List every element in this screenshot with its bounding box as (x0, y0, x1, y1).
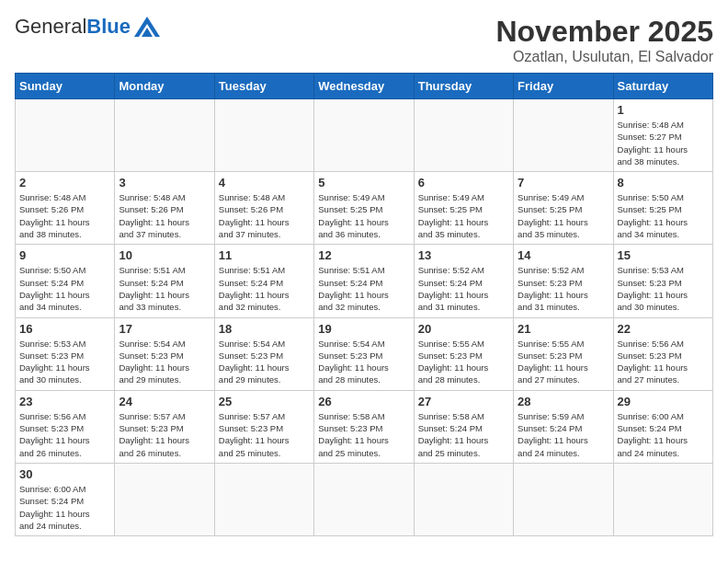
day-number: 4 (219, 176, 310, 190)
weekday-header-row: SundayMondayTuesdayWednesdayThursdayFrid… (16, 74, 713, 99)
day-info: Sunrise: 5:54 AM Sunset: 5:23 PM Dayligh… (318, 338, 409, 386)
title-area: November 2025 Ozatlan, Usulutan, El Salv… (495, 15, 713, 65)
calendar-day-cell: 11Sunrise: 5:51 AM Sunset: 5:24 PM Dayli… (214, 245, 313, 317)
day-number: 5 (318, 176, 409, 190)
day-number: 23 (19, 395, 110, 408)
calendar-day-cell: 3Sunrise: 5:48 AM Sunset: 5:26 PM Daylig… (115, 172, 214, 245)
day-number: 15 (618, 248, 709, 262)
day-number: 18 (219, 322, 310, 336)
day-number: 11 (219, 248, 310, 262)
day-info: Sunrise: 5:57 AM Sunset: 5:23 PM Dayligh… (119, 410, 210, 459)
day-info: Sunrise: 5:51 AM Sunset: 5:24 PM Dayligh… (318, 264, 409, 313)
calendar-day-cell: 9Sunrise: 5:50 AM Sunset: 5:24 PM Daylig… (16, 245, 115, 317)
weekday-header-sunday: Sunday (16, 74, 115, 99)
day-info: Sunrise: 5:53 AM Sunset: 5:23 PM Dayligh… (618, 264, 709, 313)
calendar-day-cell: 21Sunrise: 5:55 AM Sunset: 5:23 PM Dayli… (514, 317, 613, 390)
calendar-day-cell: 24Sunrise: 5:57 AM Sunset: 5:23 PM Dayli… (115, 390, 214, 463)
calendar-day-cell: 7Sunrise: 5:49 AM Sunset: 5:25 PM Daylig… (514, 172, 613, 245)
calendar-day-cell: 2Sunrise: 5:48 AM Sunset: 5:26 PM Daylig… (16, 172, 115, 245)
weekday-header-tuesday: Tuesday (214, 74, 313, 99)
day-info: Sunrise: 5:58 AM Sunset: 5:23 PM Dayligh… (318, 410, 409, 459)
calendar-week-row: 16Sunrise: 5:53 AM Sunset: 5:23 PM Dayli… (16, 317, 713, 390)
logo-icon (134, 17, 160, 37)
day-number: 28 (518, 395, 609, 408)
day-number: 10 (119, 248, 210, 262)
logo-blue-text: Blue (86, 15, 131, 39)
calendar-day-cell: 6Sunrise: 5:49 AM Sunset: 5:25 PM Daylig… (414, 172, 513, 245)
calendar-day-cell (214, 99, 313, 172)
calendar-day-cell (414, 463, 513, 535)
calendar-week-row: 2Sunrise: 5:48 AM Sunset: 5:26 PM Daylig… (16, 172, 713, 245)
day-number: 21 (518, 322, 609, 336)
day-info: Sunrise: 5:51 AM Sunset: 5:24 PM Dayligh… (119, 264, 210, 313)
calendar-day-cell (314, 463, 414, 535)
day-number: 19 (318, 322, 409, 336)
day-info: Sunrise: 5:53 AM Sunset: 5:23 PM Dayligh… (19, 338, 110, 386)
day-info: Sunrise: 5:49 AM Sunset: 5:25 PM Dayligh… (418, 191, 509, 240)
day-info: Sunrise: 5:48 AM Sunset: 5:26 PM Dayligh… (19, 191, 110, 240)
day-number: 9 (19, 248, 110, 262)
day-number: 25 (219, 395, 310, 408)
day-info: Sunrise: 6:00 AM Sunset: 5:24 PM Dayligh… (618, 410, 709, 459)
calendar-day-cell: 22Sunrise: 5:56 AM Sunset: 5:23 PM Dayli… (613, 317, 712, 390)
day-info: Sunrise: 5:56 AM Sunset: 5:23 PM Dayligh… (19, 410, 110, 459)
calendar-table: SundayMondayTuesdayWednesdayThursdayFrid… (15, 73, 713, 536)
weekday-header-wednesday: Wednesday (314, 74, 414, 99)
calendar-day-cell: 16Sunrise: 5:53 AM Sunset: 5:23 PM Dayli… (16, 317, 115, 390)
calendar-day-cell: 8Sunrise: 5:50 AM Sunset: 5:25 PM Daylig… (613, 172, 712, 245)
calendar-day-cell (514, 463, 613, 535)
day-number: 13 (418, 248, 509, 262)
day-number: 29 (618, 395, 709, 408)
day-info: Sunrise: 6:00 AM Sunset: 5:24 PM Dayligh… (19, 483, 110, 532)
day-info: Sunrise: 5:59 AM Sunset: 5:24 PM Dayligh… (518, 410, 609, 459)
day-info: Sunrise: 5:52 AM Sunset: 5:24 PM Dayligh… (418, 264, 509, 313)
calendar-week-row: 23Sunrise: 5:56 AM Sunset: 5:23 PM Dayli… (16, 390, 713, 463)
location-title: Ozatlan, Usulutan, El Salvador (495, 49, 713, 65)
day-info: Sunrise: 5:50 AM Sunset: 5:24 PM Dayligh… (19, 264, 110, 313)
calendar-day-cell: 10Sunrise: 5:51 AM Sunset: 5:24 PM Dayli… (115, 245, 214, 317)
day-number: 6 (418, 176, 509, 190)
day-info: Sunrise: 5:54 AM Sunset: 5:23 PM Dayligh… (119, 338, 210, 386)
calendar-day-cell: 12Sunrise: 5:51 AM Sunset: 5:24 PM Dayli… (314, 245, 414, 317)
calendar-day-cell: 19Sunrise: 5:54 AM Sunset: 5:23 PM Dayli… (314, 317, 414, 390)
day-info: Sunrise: 5:50 AM Sunset: 5:25 PM Dayligh… (618, 191, 709, 240)
day-number: 27 (418, 395, 509, 408)
day-number: 8 (618, 176, 709, 190)
calendar-day-cell: 23Sunrise: 5:56 AM Sunset: 5:23 PM Dayli… (16, 390, 115, 463)
day-info: Sunrise: 5:54 AM Sunset: 5:23 PM Dayligh… (219, 338, 310, 386)
day-number: 14 (518, 248, 609, 262)
calendar-day-cell: 5Sunrise: 5:49 AM Sunset: 5:25 PM Daylig… (314, 172, 414, 245)
calendar-week-row: 1Sunrise: 5:48 AM Sunset: 5:27 PM Daylig… (16, 99, 713, 172)
day-info: Sunrise: 5:56 AM Sunset: 5:23 PM Dayligh… (618, 338, 709, 386)
calendar-day-cell: 25Sunrise: 5:57 AM Sunset: 5:23 PM Dayli… (214, 390, 313, 463)
calendar-day-cell: 14Sunrise: 5:52 AM Sunset: 5:23 PM Dayli… (514, 245, 613, 317)
calendar-day-cell: 28Sunrise: 5:59 AM Sunset: 5:24 PM Dayli… (514, 390, 613, 463)
calendar-day-cell: 29Sunrise: 6:00 AM Sunset: 5:24 PM Dayli… (613, 390, 712, 463)
calendar-day-cell (314, 99, 414, 172)
day-info: Sunrise: 5:51 AM Sunset: 5:24 PM Dayligh… (219, 264, 310, 313)
day-number: 3 (119, 176, 210, 190)
day-info: Sunrise: 5:52 AM Sunset: 5:23 PM Dayligh… (518, 264, 609, 313)
weekday-header-saturday: Saturday (613, 74, 712, 99)
page-header: General Blue November 2025 Ozatlan, Usul… (15, 15, 713, 65)
calendar-day-cell: 18Sunrise: 5:54 AM Sunset: 5:23 PM Dayli… (214, 317, 313, 390)
calendar-day-cell: 13Sunrise: 5:52 AM Sunset: 5:24 PM Dayli… (414, 245, 513, 317)
calendar-day-cell (514, 99, 613, 172)
weekday-header-friday: Friday (514, 74, 613, 99)
calendar-day-cell (115, 463, 214, 535)
day-number: 1 (618, 103, 709, 117)
day-number: 12 (318, 248, 409, 262)
day-number: 16 (19, 322, 110, 336)
calendar-day-cell: 20Sunrise: 5:55 AM Sunset: 5:23 PM Dayli… (414, 317, 513, 390)
calendar-day-cell: 15Sunrise: 5:53 AM Sunset: 5:23 PM Dayli… (613, 245, 712, 317)
calendar-day-cell: 4Sunrise: 5:48 AM Sunset: 5:26 PM Daylig… (214, 172, 313, 245)
weekday-header-thursday: Thursday (414, 74, 513, 99)
day-number: 20 (418, 322, 509, 336)
calendar-day-cell (414, 99, 513, 172)
day-number: 22 (618, 322, 709, 336)
day-info: Sunrise: 5:49 AM Sunset: 5:25 PM Dayligh… (318, 191, 409, 240)
day-number: 30 (19, 467, 110, 481)
month-title: November 2025 (495, 15, 713, 49)
day-info: Sunrise: 5:57 AM Sunset: 5:23 PM Dayligh… (219, 410, 310, 459)
calendar-day-cell (16, 99, 115, 172)
